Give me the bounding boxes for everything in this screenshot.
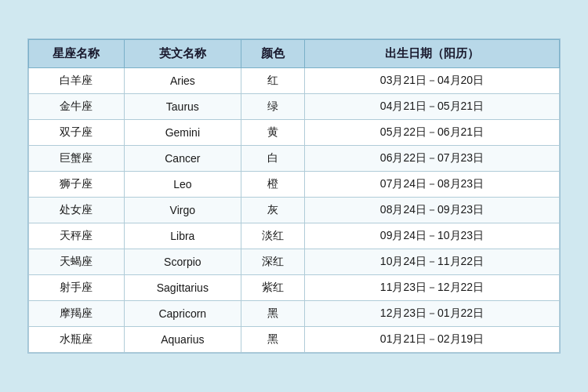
cell-color: 灰 (241, 198, 304, 223)
cell-en: Virgo (124, 198, 241, 223)
cell-en: Aries (124, 68, 241, 94)
table-row: 摩羯座Capricorn黑12月23日－01月22日 (29, 301, 560, 327)
cell-en: Taurus (124, 94, 241, 120)
cell-date: 01月21日－02月19日 (305, 327, 560, 353)
cell-color: 绿 (241, 94, 304, 120)
cell-zh: 水瓶座 (29, 327, 125, 353)
cell-color: 黄 (241, 120, 304, 146)
cell-zh: 天秤座 (29, 223, 125, 249)
zodiac-table: 星座名称 英文名称 颜色 出生日期（阳历） 白羊座Aries红03月21日－04… (28, 39, 560, 353)
cell-en: Libra (124, 223, 241, 249)
table-row: 双子座Gemini黄05月22日－06月21日 (29, 120, 560, 146)
cell-date: 11月23日－12月22日 (305, 275, 560, 301)
cell-color: 橙 (241, 172, 304, 198)
cell-en: Scorpio (124, 249, 241, 275)
cell-color: 白 (241, 146, 304, 172)
table-row: 射手座Sagittarius紫红11月23日－12月22日 (29, 275, 560, 301)
cell-date: 06月22日－07月23日 (305, 146, 560, 172)
cell-date: 04月21日－05月21日 (305, 94, 560, 120)
cell-date: 09月24日－10月23日 (305, 223, 560, 249)
table-row: 水瓶座Aquarius黑01月21日－02月19日 (29, 327, 560, 353)
cell-date: 10月24日－11月22日 (305, 249, 560, 275)
cell-color: 黑 (241, 301, 304, 327)
table-row: 巨蟹座Cancer白06月22日－07月23日 (29, 146, 560, 172)
table-row: 金牛座Taurus绿04月21日－05月21日 (29, 94, 560, 120)
header-en: 英文名称 (124, 40, 241, 68)
table-row: 处女座Virgo灰08月24日－09月23日 (29, 198, 560, 223)
cell-en: Sagittarius (124, 275, 241, 301)
cell-zh: 白羊座 (29, 68, 125, 94)
cell-en: Capricorn (124, 301, 241, 327)
cell-zh: 金牛座 (29, 94, 125, 120)
cell-zh: 射手座 (29, 275, 125, 301)
cell-zh: 巨蟹座 (29, 146, 125, 172)
cell-en: Aquarius (124, 327, 241, 353)
header-color: 颜色 (241, 40, 304, 68)
cell-zh: 天蝎座 (29, 249, 125, 275)
cell-color: 黑 (241, 327, 304, 353)
cell-zh: 处女座 (29, 198, 125, 223)
cell-color: 深红 (241, 249, 304, 275)
zodiac-table-container: 星座名称 英文名称 颜色 出生日期（阳历） 白羊座Aries红03月21日－04… (27, 38, 561, 354)
cell-date: 03月21日－04月20日 (305, 68, 560, 94)
cell-en: Leo (124, 172, 241, 198)
table-row: 狮子座Leo橙07月24日－08月23日 (29, 172, 560, 198)
cell-color: 紫红 (241, 275, 304, 301)
table-row: 天蝎座Scorpio深红10月24日－11月22日 (29, 249, 560, 275)
cell-zh: 摩羯座 (29, 301, 125, 327)
cell-date: 05月22日－06月21日 (305, 120, 560, 146)
table-row: 白羊座Aries红03月21日－04月20日 (29, 68, 560, 94)
table-body: 白羊座Aries红03月21日－04月20日金牛座Taurus绿04月21日－0… (29, 68, 560, 353)
cell-date: 12月23日－01月22日 (305, 301, 560, 327)
header-date: 出生日期（阳历） (305, 40, 560, 68)
cell-zh: 双子座 (29, 120, 125, 146)
cell-color: 红 (241, 68, 304, 94)
header-zh: 星座名称 (29, 40, 125, 68)
cell-date: 08月24日－09月23日 (305, 198, 560, 223)
cell-color: 淡红 (241, 223, 304, 249)
table-row: 天秤座Libra淡红09月24日－10月23日 (29, 223, 560, 249)
table-header-row: 星座名称 英文名称 颜色 出生日期（阳历） (29, 40, 560, 68)
cell-en: Gemini (124, 120, 241, 146)
cell-en: Cancer (124, 146, 241, 172)
cell-date: 07月24日－08月23日 (305, 172, 560, 198)
cell-zh: 狮子座 (29, 172, 125, 198)
